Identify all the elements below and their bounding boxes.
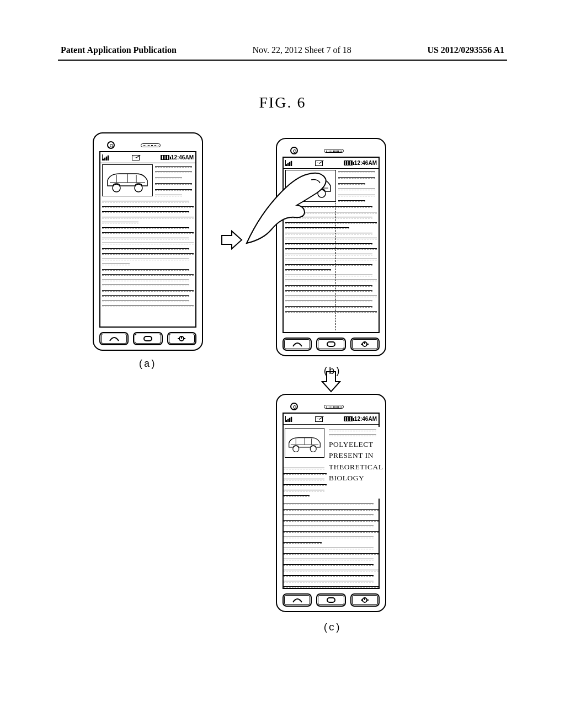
status-bar: 12:46AM bbox=[284, 414, 379, 425]
screen-a: 12:46AM bbox=[99, 151, 196, 328]
caption-c: (c) bbox=[323, 622, 340, 633]
home-button[interactable] bbox=[133, 332, 162, 345]
svg-point-8 bbox=[293, 446, 299, 452]
svg-rect-6 bbox=[327, 342, 335, 346]
battery-indicator: 12:46AM bbox=[161, 154, 194, 160]
status-time: 12:46AM bbox=[354, 160, 377, 166]
power-button[interactable] bbox=[350, 593, 380, 607]
speaker-icon bbox=[324, 405, 344, 409]
camera-icon bbox=[290, 403, 298, 410]
battery-icon bbox=[161, 155, 169, 160]
content-b bbox=[285, 170, 377, 330]
svg-rect-2 bbox=[144, 336, 152, 341]
button-row bbox=[99, 332, 196, 345]
header-rule bbox=[58, 60, 507, 61]
phone-panel-a: 12:46AM bbox=[93, 132, 203, 351]
header-left: Patent Application Publication bbox=[61, 45, 177, 55]
mail-icon bbox=[132, 155, 140, 160]
svg-point-4 bbox=[296, 190, 303, 197]
camera-icon bbox=[290, 147, 298, 154]
screen-b: 12:46AM bbox=[282, 157, 380, 333]
zoom-line-2: PRESENT IN bbox=[329, 450, 382, 461]
button-row bbox=[282, 338, 380, 351]
call-button[interactable] bbox=[282, 338, 312, 351]
arrow-right-icon bbox=[221, 229, 243, 251]
status-time: 12:46AM bbox=[171, 154, 194, 160]
power-button[interactable] bbox=[350, 338, 380, 351]
car-image-c bbox=[285, 428, 324, 458]
battery-indicator: 12:46AM bbox=[344, 160, 377, 166]
page-header: Patent Application Publication Nov. 22, … bbox=[0, 45, 565, 55]
status-bar: 12:46AM bbox=[100, 152, 195, 163]
car-image bbox=[102, 164, 153, 196]
button-row bbox=[282, 593, 380, 607]
caption-a: (a) bbox=[138, 358, 156, 370]
phone-panel-c: 12:46AM POLYELECT PRESENT IN THEORETICAL… bbox=[276, 394, 386, 612]
car-image bbox=[285, 170, 336, 202]
speaker-icon bbox=[141, 143, 161, 147]
battery-icon bbox=[344, 416, 353, 421]
home-button[interactable] bbox=[316, 338, 345, 351]
svg-point-5 bbox=[318, 190, 326, 197]
power-button[interactable] bbox=[167, 332, 196, 345]
screen-c: 12:46AM POLYELECT PRESENT IN THEORETICAL… bbox=[282, 413, 380, 589]
home-button[interactable] bbox=[316, 593, 345, 607]
call-button[interactable] bbox=[99, 332, 129, 345]
status-bar: 12:46AM bbox=[284, 158, 379, 169]
zoom-line-4: BIOLOGY bbox=[329, 473, 382, 484]
camera-icon bbox=[107, 141, 115, 149]
svg-point-9 bbox=[310, 446, 316, 452]
header-right: US 2012/0293556 A1 bbox=[427, 45, 504, 55]
zoom-line-1: POLYELECT bbox=[329, 439, 382, 450]
mail-icon bbox=[315, 160, 323, 166]
svg-rect-10 bbox=[327, 598, 335, 602]
mail-icon bbox=[315, 416, 323, 422]
signal-icon bbox=[285, 160, 294, 167]
signal-icon bbox=[102, 154, 111, 161]
speaker-icon bbox=[324, 149, 344, 153]
svg-point-0 bbox=[113, 184, 120, 192]
header-center: Nov. 22, 2012 Sheet 7 of 18 bbox=[252, 45, 351, 55]
battery-icon bbox=[344, 160, 353, 165]
phone-panel-b: 12:46AM bbox=[276, 138, 386, 356]
zoomed-text-region: POLYELECT PRESENT IN THEORETICAL BIOLOGY bbox=[327, 427, 382, 499]
caption-b: (b) bbox=[323, 366, 340, 377]
status-time: 12:46AM bbox=[354, 416, 377, 422]
left-text-c bbox=[284, 466, 327, 497]
battery-indicator: 12:46AM bbox=[344, 416, 377, 422]
content-a bbox=[102, 164, 194, 325]
bottom-text-c bbox=[284, 502, 379, 588]
signal-icon bbox=[285, 416, 294, 422]
zoom-line-3: THEORETICAL bbox=[329, 462, 382, 473]
figure-title: FIG. 6 bbox=[0, 94, 565, 111]
svg-point-1 bbox=[135, 184, 142, 192]
call-button[interactable] bbox=[282, 593, 312, 607]
